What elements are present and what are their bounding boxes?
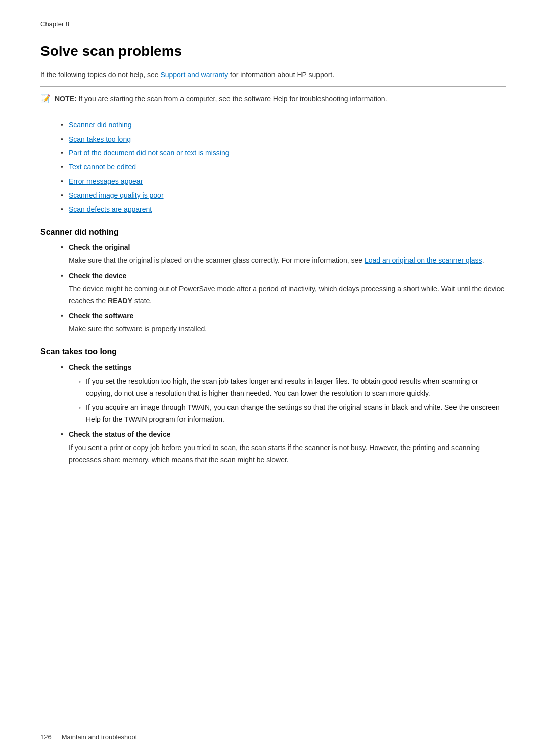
note-icon: 📝	[40, 94, 51, 103]
toc-list: Scanner did nothing Scan takes too long …	[61, 119, 506, 216]
toc-link-scanner-did-nothing[interactable]: Scanner did nothing	[69, 121, 132, 129]
section-heading-scanner-did-nothing: Scanner did nothing	[40, 228, 506, 237]
item-label: Check the original	[69, 243, 130, 251]
item-description: Make sure that the original is placed on…	[69, 255, 506, 267]
item-label: Check the settings	[69, 363, 131, 371]
toc-link-scan-defects[interactable]: Scan defects are apparent	[69, 205, 152, 213]
toc-link-part-of-document[interactable]: Part of the document did not scan or tex…	[69, 149, 230, 157]
list-item: Check the status of the device If you se…	[61, 429, 506, 466]
section-heading-scan-takes-too-long: Scan takes too long	[40, 347, 506, 357]
list-item: If you acquire an image through TWAIN, y…	[79, 402, 506, 426]
support-warranty-link[interactable]: Support and warranty	[160, 71, 228, 79]
page-footer: 126 Maintain and troubleshoot	[40, 733, 506, 741]
note-label: NOTE:	[55, 95, 77, 103]
chapter-label: Chapter 8	[40, 20, 506, 28]
note-box: 📝 NOTE: If you are starting the scan fro…	[40, 93, 506, 111]
footer-text: Maintain and troubleshoot	[62, 733, 138, 741]
item-label: Check the software	[69, 312, 133, 320]
toc-item: Scanned image quality is poor	[61, 190, 506, 202]
list-item: Check the software Make sure the softwar…	[61, 310, 506, 335]
intro-text-after: for information about HP support.	[228, 71, 334, 79]
item-label: Check the device	[69, 272, 126, 280]
check-settings-sub-list: If you set the resolution too high, the …	[79, 376, 506, 426]
note-text: NOTE: If you are starting the scan from …	[55, 93, 387, 104]
item-description: Make sure the software is properly insta…	[69, 323, 506, 335]
toc-link-error-messages[interactable]: Error messages appear	[69, 177, 143, 185]
toc-link-text-cannot-be-edited[interactable]: Text cannot be edited	[69, 163, 136, 171]
list-item: Check the settings If you set the resolu…	[61, 362, 506, 426]
footer-page-number: 126	[40, 733, 52, 741]
toc-item: Error messages appear	[61, 175, 506, 188]
toc-link-scan-takes-too-long[interactable]: Scan takes too long	[69, 135, 131, 143]
load-original-link[interactable]: Load an original on the scanner glass	[365, 256, 482, 264]
toc-link-scanned-image-quality[interactable]: Scanned image quality is poor	[69, 191, 164, 199]
intro-paragraph: If the following topics do not help, see…	[40, 69, 506, 80]
list-item: Check the device The device might be com…	[61, 270, 506, 307]
item-description: The device might be coming out of PowerS…	[69, 283, 506, 307]
scanner-did-nothing-list: Check the original Make sure that the or…	[61, 242, 506, 335]
toc-item: Scan defects are apparent	[61, 204, 506, 216]
intro-text-before: If the following topics do not help, see	[40, 71, 160, 79]
item-description: If you sent a print or copy job before y…	[69, 442, 506, 466]
list-item: Check the original Make sure that the or…	[61, 242, 506, 267]
toc-item: Scanner did nothing	[61, 119, 506, 131]
item-label: Check the status of the device	[69, 430, 171, 438]
top-divider	[40, 86, 506, 87]
toc-item: Scan takes too long	[61, 134, 506, 146]
toc-item: Text cannot be edited	[61, 161, 506, 173]
list-item: If you set the resolution too high, the …	[79, 376, 506, 400]
scan-takes-too-long-list: Check the settings If you set the resolu…	[61, 362, 506, 466]
toc-item: Part of the document did not scan or tex…	[61, 147, 506, 159]
page-title: Solve scan problems	[40, 43, 506, 59]
